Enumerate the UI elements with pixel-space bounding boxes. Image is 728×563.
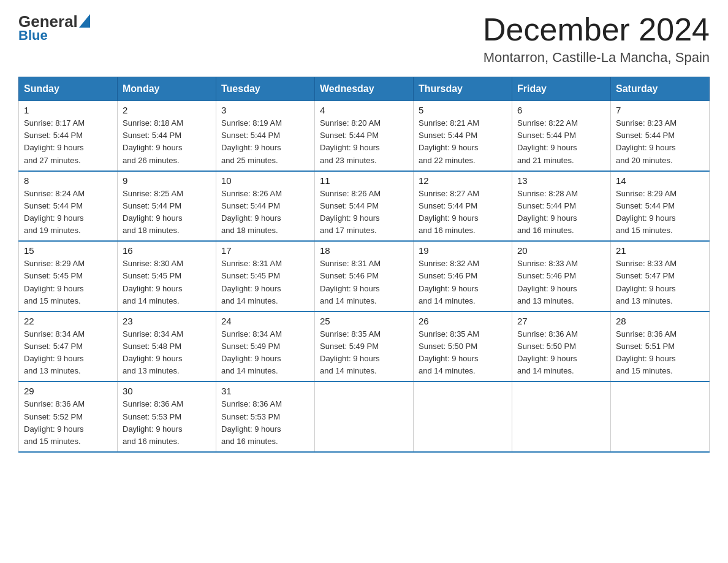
calendar-body: 1 Sunrise: 8:17 AMSunset: 5:44 PMDayligh… [19,101,710,452]
header-wednesday: Wednesday [315,77,414,101]
day-number: 20 [517,245,605,256]
day-number: 26 [419,316,507,326]
day-info: Sunrise: 8:18 AMSunset: 5:44 PMDaylight:… [123,118,183,164]
day-number: 3 [221,105,309,115]
header-sunday: Sunday [19,77,118,101]
calendar-cell-w1-d3: 3 Sunrise: 8:19 AMSunset: 5:44 PMDayligh… [216,101,315,171]
day-number: 13 [517,175,605,186]
calendar-cell-w2-d2: 9 Sunrise: 8:25 AMSunset: 5:44 PMDayligh… [118,171,216,242]
day-info: Sunrise: 8:36 AMSunset: 5:53 PMDaylight:… [123,399,183,445]
calendar-cell-w4-d3: 24 Sunrise: 8:34 AMSunset: 5:49 PMDaylig… [216,312,315,382]
calendar-cell-w2-d3: 10 Sunrise: 8:26 AMSunset: 5:44 PMDaylig… [216,171,315,242]
day-number: 14 [616,175,704,186]
header-monday: Monday [118,77,216,101]
day-number: 15 [24,245,112,256]
day-number: 8 [24,175,112,186]
day-info: Sunrise: 8:32 AMSunset: 5:46 PMDaylight:… [419,259,479,305]
header-friday: Friday [512,77,611,101]
calendar-cell-w4-d2: 23 Sunrise: 8:34 AMSunset: 5:48 PMDaylig… [118,312,216,382]
logo-arrow-icon [79,14,90,30]
calendar-cell-w1-d2: 2 Sunrise: 8:18 AMSunset: 5:44 PMDayligh… [118,101,216,171]
calendar-cell-w3-d3: 17 Sunrise: 8:31 AMSunset: 5:45 PMDaylig… [216,241,315,312]
calendar-week-1: 1 Sunrise: 8:17 AMSunset: 5:44 PMDayligh… [19,101,710,171]
calendar-cell-w5-d2: 30 Sunrise: 8:36 AMSunset: 5:53 PMDaylig… [118,381,216,452]
calendar-cell-w4-d1: 22 Sunrise: 8:34 AMSunset: 5:47 PMDaylig… [19,312,118,382]
calendar-cell-w2-d1: 8 Sunrise: 8:24 AMSunset: 5:44 PMDayligh… [19,171,118,242]
calendar-cell-w5-d1: 29 Sunrise: 8:36 AMSunset: 5:52 PMDaylig… [19,381,118,452]
header-tuesday: Tuesday [216,77,315,101]
calendar-cell-w1-d4: 4 Sunrise: 8:20 AMSunset: 5:44 PMDayligh… [315,101,414,171]
calendar-cell-w5-d3: 31 Sunrise: 8:36 AMSunset: 5:53 PMDaylig… [216,381,315,452]
calendar-week-5: 29 Sunrise: 8:36 AMSunset: 5:52 PMDaylig… [19,381,710,452]
day-info: Sunrise: 8:28 AMSunset: 5:44 PMDaylight:… [517,189,578,235]
day-info: Sunrise: 8:33 AMSunset: 5:47 PMDaylight:… [616,259,677,305]
calendar-cell-w2-d5: 12 Sunrise: 8:27 AMSunset: 5:44 PMDaylig… [414,171,512,242]
day-info: Sunrise: 8:31 AMSunset: 5:46 PMDaylight:… [320,259,381,305]
day-info: Sunrise: 8:31 AMSunset: 5:45 PMDaylight:… [221,259,282,305]
day-info: Sunrise: 8:34 AMSunset: 5:48 PMDaylight:… [123,329,183,375]
svg-marker-0 [79,14,90,28]
day-info: Sunrise: 8:36 AMSunset: 5:53 PMDaylight:… [221,399,282,445]
day-number: 16 [123,245,211,256]
calendar-cell-w1-d5: 5 Sunrise: 8:21 AMSunset: 5:44 PMDayligh… [414,101,512,171]
logo: General Blue [18,12,90,44]
calendar-cell-w1-d6: 6 Sunrise: 8:22 AMSunset: 5:44 PMDayligh… [512,101,611,171]
day-number: 22 [24,316,112,326]
day-info: Sunrise: 8:26 AMSunset: 5:44 PMDaylight:… [221,189,282,235]
calendar-header: Sunday Monday Tuesday Wednesday Thursday… [19,77,710,101]
day-number: 10 [221,175,309,186]
calendar-cell-w2-d4: 11 Sunrise: 8:26 AMSunset: 5:44 PMDaylig… [315,171,414,242]
day-number: 27 [517,316,605,326]
calendar-cell-w4-d6: 27 Sunrise: 8:36 AMSunset: 5:50 PMDaylig… [512,312,611,382]
calendar-cell-w3-d7: 21 Sunrise: 8:33 AMSunset: 5:47 PMDaylig… [611,241,710,312]
location-title: Montarron, Castille-La Mancha, Spain [483,50,710,66]
month-title: December 2024 [483,12,710,47]
day-number: 1 [24,105,112,115]
day-number: 29 [24,386,112,396]
day-info: Sunrise: 8:36 AMSunset: 5:52 PMDaylight:… [24,399,85,445]
day-number: 24 [221,316,309,326]
calendar-week-3: 15 Sunrise: 8:29 AMSunset: 5:45 PMDaylig… [19,241,710,312]
day-info: Sunrise: 8:33 AMSunset: 5:46 PMDaylight:… [517,259,578,305]
calendar-cell-w4-d5: 26 Sunrise: 8:35 AMSunset: 5:50 PMDaylig… [414,312,512,382]
day-info: Sunrise: 8:35 AMSunset: 5:50 PMDaylight:… [419,329,479,375]
day-number: 19 [419,245,507,256]
logo-blue-text: Blue [18,28,48,44]
calendar-cell-w1-d1: 1 Sunrise: 8:17 AMSunset: 5:44 PMDayligh… [19,101,118,171]
day-number: 18 [320,245,408,256]
day-info: Sunrise: 8:27 AMSunset: 5:44 PMDaylight:… [419,189,479,235]
day-info: Sunrise: 8:34 AMSunset: 5:47 PMDaylight:… [24,329,85,375]
day-info: Sunrise: 8:36 AMSunset: 5:50 PMDaylight:… [517,329,578,375]
day-number: 30 [123,386,211,396]
day-info: Sunrise: 8:21 AMSunset: 5:44 PMDaylight:… [419,118,479,164]
calendar-cell-w5-d7 [611,381,710,452]
calendar-cell-w4-d4: 25 Sunrise: 8:35 AMSunset: 5:49 PMDaylig… [315,312,414,382]
day-number: 5 [419,105,507,115]
day-info: Sunrise: 8:29 AMSunset: 5:45 PMDaylight:… [24,259,85,305]
day-number: 12 [419,175,507,186]
calendar-cell-w5-d4 [315,381,414,452]
calendar-cell-w3-d6: 20 Sunrise: 8:33 AMSunset: 5:46 PMDaylig… [512,241,611,312]
header-saturday: Saturday [611,77,710,101]
calendar-cell-w3-d2: 16 Sunrise: 8:30 AMSunset: 5:45 PMDaylig… [118,241,216,312]
day-number: 31 [221,386,309,396]
day-info: Sunrise: 8:23 AMSunset: 5:44 PMDaylight:… [616,118,677,164]
day-info: Sunrise: 8:20 AMSunset: 5:44 PMDaylight:… [320,118,381,164]
page-header: General Blue December 2024 Montarron, Ca… [18,12,710,66]
day-number: 7 [616,105,704,115]
day-info: Sunrise: 8:25 AMSunset: 5:44 PMDaylight:… [123,189,183,235]
day-number: 21 [616,245,704,256]
day-number: 11 [320,175,408,186]
day-number: 2 [123,105,211,115]
calendar-table: Sunday Monday Tuesday Wednesday Thursday… [18,77,710,453]
day-info: Sunrise: 8:35 AMSunset: 5:49 PMDaylight:… [320,329,381,375]
calendar-cell-w5-d5 [414,381,512,452]
day-number: 6 [517,105,605,115]
day-info: Sunrise: 8:34 AMSunset: 5:49 PMDaylight:… [221,329,282,375]
day-info: Sunrise: 8:17 AMSunset: 5:44 PMDaylight:… [24,118,85,164]
day-info: Sunrise: 8:30 AMSunset: 5:45 PMDaylight:… [123,259,183,305]
day-number: 9 [123,175,211,186]
day-info: Sunrise: 8:22 AMSunset: 5:44 PMDaylight:… [517,118,578,164]
calendar-cell-w5-d6 [512,381,611,452]
day-number: 28 [616,316,704,326]
